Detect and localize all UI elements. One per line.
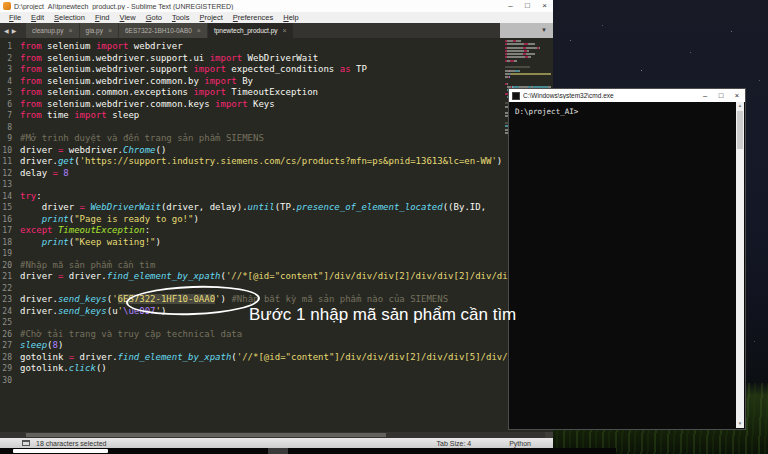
cmd-minimize-button[interactable]: – (697, 89, 713, 102)
tab-tpnewtech_product.py[interactable]: tpnewtech_product.py× (208, 23, 293, 38)
syntax-indicator[interactable]: Python (509, 440, 531, 447)
code-line: 21driver = driver.find_element_by_xpath(… (0, 271, 553, 283)
code-line: 19 (0, 248, 553, 260)
menu-selection[interactable]: Selection (49, 12, 90, 23)
minimap-seg (507, 53, 522, 55)
code-line: 15 driver = WebDriverWait(driver, delay)… (0, 202, 553, 214)
tab-scroll-arrows: ◀ ▶ (4, 23, 16, 38)
code-line: 12delay = 8 (0, 168, 553, 180)
code-token: TimeoutException (58, 225, 145, 235)
close-tab-icon[interactable]: × (197, 27, 201, 34)
close-tab-icon[interactable]: × (283, 27, 287, 34)
code-token: ) (193, 214, 198, 224)
close-tab-icon[interactable]: × (108, 27, 112, 34)
close-button[interactable]: × (536, 0, 553, 12)
minimize-button[interactable]: – (502, 0, 519, 12)
scroll-up-icon[interactable]: ▲ (736, 102, 744, 110)
code-token: : (145, 225, 150, 235)
maximize-button[interactable]: □ (519, 0, 536, 12)
code-token: ) (155, 237, 160, 247)
menu-tools[interactable]: Tools (167, 12, 195, 23)
code-token: ) (497, 156, 502, 166)
code-token: 'https://support.industry.siemens.com/cs… (80, 156, 497, 166)
editor-code[interactable]: 1from selenium import webdriver2from sel… (0, 38, 553, 432)
menu-project[interactable]: Project (194, 12, 227, 23)
close-tab-icon[interactable]: × (68, 27, 72, 34)
code-line: 1from selenium import webdriver (0, 41, 553, 53)
cmd-scrollbar[interactable]: ▲ ▼ (736, 102, 744, 428)
menu-preferences[interactable]: Preferences (228, 12, 278, 23)
menu-edit[interactable]: Edit (26, 12, 49, 23)
line-number: 28 (0, 352, 20, 364)
menu-view[interactable]: View (115, 12, 141, 23)
code-token: expected_conditions (226, 64, 340, 74)
menu-goto[interactable]: Goto (141, 12, 167, 23)
code-token: : (36, 191, 41, 201)
minimap-seg (507, 43, 524, 45)
minimap-seg (539, 47, 541, 49)
code-token: #Mở trình duyệt và đến trang sản phẩm SI… (20, 133, 264, 143)
code-token: webdriver (128, 41, 182, 51)
tab-overflow-dropdown[interactable]: ▼ (500, 23, 553, 38)
tab-bar: ◀ ▶ cleanup.py×gia.py×6ES7322-1BH10-0AB0… (0, 23, 553, 38)
horizontal-scrollbar-thumb[interactable] (26, 433, 386, 437)
line-number: 30 (0, 375, 20, 387)
code-token: find_element_by_xpath (118, 352, 232, 362)
minimap-seg (514, 60, 517, 62)
code-token: from (20, 53, 42, 63)
cmd-close-button[interactable]: × (729, 89, 745, 102)
code-line: 18 print("Keep waiting!") (0, 237, 553, 249)
window-title: D:\project_AI\tpnewtech_product.py - Sub… (14, 3, 502, 10)
code-token: #Chờ tải trang và truy cập technical dat… (20, 329, 242, 339)
code-token: "Keep waiting!" (74, 237, 155, 247)
cmd-scrollbar-thumb[interactable] (737, 111, 743, 149)
chevron-down-icon: ▼ (541, 27, 547, 33)
menu-help[interactable]: Help (278, 12, 303, 23)
code-token: selenium.webdriver.support.ui (42, 53, 210, 63)
tab-label: gia.py (86, 27, 103, 34)
code-line: 29gotolink.click() (0, 363, 553, 375)
tab-gia.py[interactable]: gia.py× (80, 23, 118, 38)
line-number: 8 (0, 122, 20, 134)
code-line: 2from selenium.webdriver.support.ui impo… (0, 53, 553, 65)
line-number: 12 (0, 168, 20, 180)
code-token: delay (20, 168, 53, 178)
code-token: ' (112, 294, 117, 304)
code-token: from (20, 41, 42, 51)
tab-6ES7322-1BH10-0AB0[interactable]: 6ES7322-1BH10-0AB0× (119, 23, 207, 38)
sublime-app-icon (3, 2, 11, 10)
tab-scroll-right-icon[interactable]: ▶ (12, 27, 17, 34)
taskbar-app-icon[interactable] (268, 448, 288, 454)
code-token: from (20, 99, 42, 109)
minimap-line (505, 47, 551, 49)
code-line: 27sleep(8) (0, 340, 553, 352)
code-line: 30 (0, 375, 553, 387)
menu-find[interactable]: Find (90, 12, 115, 23)
tab-size-indicator[interactable]: Tab Size: 4 (437, 440, 472, 447)
code-token: selenium.common.exceptions (42, 87, 194, 97)
code-token: as (340, 64, 351, 74)
cmd-maximize-button[interactable]: □ (713, 89, 729, 102)
code-line: 11driver.get('https://support.industry.s… (0, 156, 553, 168)
title-bar: D:\project_AI\tpnewtech_product.py - Sub… (0, 0, 553, 12)
code-token: time (42, 110, 75, 120)
code-token: sleep (20, 340, 47, 350)
code-token: TimeoutException (226, 87, 318, 97)
line-number: 10 (0, 145, 20, 157)
line-number: 18 (0, 237, 20, 249)
menu-file[interactable]: File (4, 12, 26, 23)
code-token: click (69, 363, 96, 373)
cmd-title-bar: C:\Windows\system32\cmd.exe – □ × (509, 89, 745, 102)
minimap-line (505, 83, 551, 85)
code-token: get (58, 156, 74, 166)
tab-cleanup.py[interactable]: cleanup.py× (26, 23, 79, 38)
code-token: import (74, 110, 107, 120)
minimap-seg (511, 73, 551, 75)
line-number: 25 (0, 317, 20, 329)
scroll-down-icon[interactable]: ▼ (736, 420, 744, 428)
tab-scroll-left-icon[interactable]: ◀ (4, 27, 9, 34)
minimap-seg (509, 76, 510, 78)
minimap-seg (526, 53, 535, 55)
code-token: print (42, 237, 69, 247)
taskbar-search-input[interactable] (13, 449, 108, 453)
